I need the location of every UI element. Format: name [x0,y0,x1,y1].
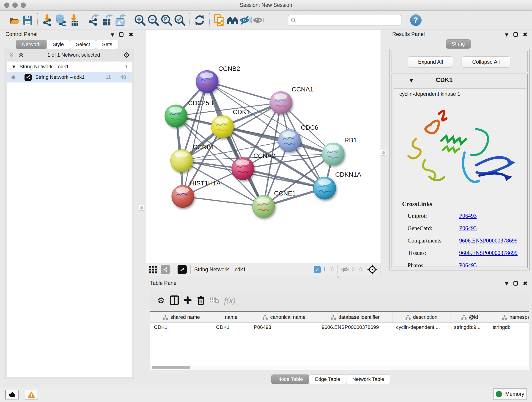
crosslink-value-link[interactable]: P06493 [459,225,476,231]
tab-style[interactable]: Style [46,40,70,49]
minimize-window-button[interactable] [12,2,18,8]
function-builder-icon[interactable]: f(x) [223,293,236,307]
tab-sets[interactable]: Sets [96,40,119,49]
float-panel-icon[interactable] [513,32,518,37]
column-header--id[interactable]: @id [450,312,489,322]
network-options-gear-icon[interactable]: ⚙ [123,51,130,59]
column-header-description[interactable]: description [393,312,450,322]
hide-glass-eye-button[interactable] [239,13,253,27]
crosslink-value-link[interactable]: P06493 [459,213,476,219]
import-table-button[interactable] [67,13,81,27]
zoom-out-button[interactable] [147,13,160,27]
horizontal-scrollbar[interactable] [150,365,529,370]
export-network-button[interactable] [87,13,100,27]
column-header-namespace[interactable]: namespace [489,312,529,322]
right-divider-handle[interactable] [381,150,386,156]
tab-edge-table[interactable]: Edge Table [309,375,346,384]
delete-column-icon[interactable] [194,293,208,307]
tab-network[interactable]: Network [16,40,47,49]
crosslink-value-link[interactable]: P06493 [459,262,476,269]
zoom-fit-button[interactable] [160,13,173,27]
node-CCNE1[interactable] [252,195,275,218]
share-view-icon[interactable] [161,265,170,274]
selected-checkbox-icon[interactable]: ✓ [314,266,321,273]
close-panel-icon[interactable]: ✖ [128,32,133,37]
close-panel-icon[interactable]: ✖ [523,281,528,286]
network-collection-row[interactable]: ▼ String Network – cdk1 1 [7,61,132,72]
grid-view-icon[interactable] [148,265,158,274]
panel-menu-icon[interactable]: ▼ [505,281,508,286]
warnings-button[interactable] [25,390,38,400]
panel-menu-icon[interactable]: ▼ [111,32,114,37]
edge-CCNB2-HIST1H1A[interactable] [183,82,207,196]
node-HIST1H1A[interactable] [172,185,194,208]
crosslink-value-link[interactable]: 9606.ENSP00000378699 [459,237,518,244]
node-CCNA1[interactable] [270,91,292,114]
scrollbar-thumb[interactable] [152,366,190,369]
node-CCNB1[interactable] [171,149,193,172]
search-input[interactable] [288,15,401,26]
export-table-button[interactable] [100,13,114,27]
node-CDK1[interactable] [211,115,234,138]
column-header-name[interactable]: name [212,312,250,322]
tab-string[interactable]: String [446,39,471,49]
string-network-graph[interactable]: CCNB2CCNA1CDC25BCDK1CDC6RB1CCNB1CCNA2CDK… [146,30,380,263]
node-CCNA2[interactable] [232,157,254,180]
node-CCNB2[interactable] [196,70,218,93]
collapse-all-button[interactable]: Collapse All [462,56,510,67]
column-header-shared-name[interactable]: shared name [150,312,212,322]
expand-all-chevron-icon[interactable] [8,52,14,58]
delete-table-icon[interactable] [208,293,221,307]
column-header-database-identifier[interactable]: database identifier [318,312,393,322]
zoom-selected-button[interactable] [173,13,186,27]
open-session-button[interactable] [8,13,21,27]
gene-collapse-icon[interactable]: ▼ [410,78,413,83]
refresh-button[interactable] [193,13,206,27]
add-column-icon[interactable] [181,293,194,307]
table-options-gear-icon[interactable]: ⚙ [154,293,168,307]
node-CDC25B[interactable] [165,105,187,127]
crosslink-value-link[interactable]: 9606.ENSP00000378699 [459,250,518,256]
show-columns-icon[interactable] [168,293,181,307]
edge-CCNB2-CCNE1[interactable] [207,82,264,206]
export-image-button[interactable] [114,13,127,27]
node-CDKN1A[interactable] [313,177,336,199]
node-RB1[interactable] [322,143,344,165]
save-session-button[interactable] [21,13,34,27]
network-row[interactable]: String Network – cdk1 11 48 [7,72,132,83]
zoom-in-button[interactable] [133,13,147,27]
tab-node-table[interactable]: Node Table [271,375,309,384]
string-clone-network-button[interactable] [213,13,226,27]
tab-network-table[interactable]: Network Table [346,375,390,384]
crosslinks-heading: CrossLinks [402,201,432,208]
zoom-window-button[interactable] [21,2,26,8]
left-divider-handle[interactable] [139,205,144,211]
panel-menu-icon[interactable]: ▼ [505,32,508,37]
table-row[interactable]: CDK1CDK1P064939606.ENSP00000378699cyclin… [150,323,529,332]
fit-selected-crosshair-icon[interactable] [367,264,377,274]
node-CDC6[interactable] [278,129,301,152]
show-glass-eye-button[interactable] [253,13,266,27]
memory-button[interactable]: Memory [493,389,527,400]
collapse-all-chevron-icon[interactable] [18,52,24,58]
column-header-canonical-name[interactable]: canonical name [250,312,318,322]
help-button[interactable]: ? [410,14,422,26]
hidden-eye-slash-icon[interactable] [341,265,349,274]
float-panel-icon[interactable] [119,32,123,37]
network-view-canvas[interactable]: CCNB2CCNA1CDC25BCDK1CDC6RB1CCNB1CCNA2CDK… [145,30,381,263]
collection-expand-icon[interactable]: ▼ [12,64,15,69]
close-window-button[interactable] [4,2,9,8]
bottom-divider-handle[interactable] [335,276,341,279]
import-network-file-button[interactable] [41,13,54,27]
window-controls[interactable] [4,2,26,8]
tab-select[interactable]: Select [70,40,96,49]
expand-all-button[interactable]: Expand All [408,56,453,67]
edge-CCNB2-CCNA1[interactable] [207,82,281,103]
edge-HIST1H1A-CCNE1[interactable] [183,196,264,206]
cloud-status-button[interactable] [5,390,19,400]
string-home-button[interactable] [226,13,239,27]
close-panel-icon[interactable]: ✖ [523,32,528,37]
float-panel-icon[interactable] [513,281,518,286]
import-network-database-button[interactable] [54,13,67,27]
birdseye-view-icon[interactable]: ↗ [177,265,187,274]
